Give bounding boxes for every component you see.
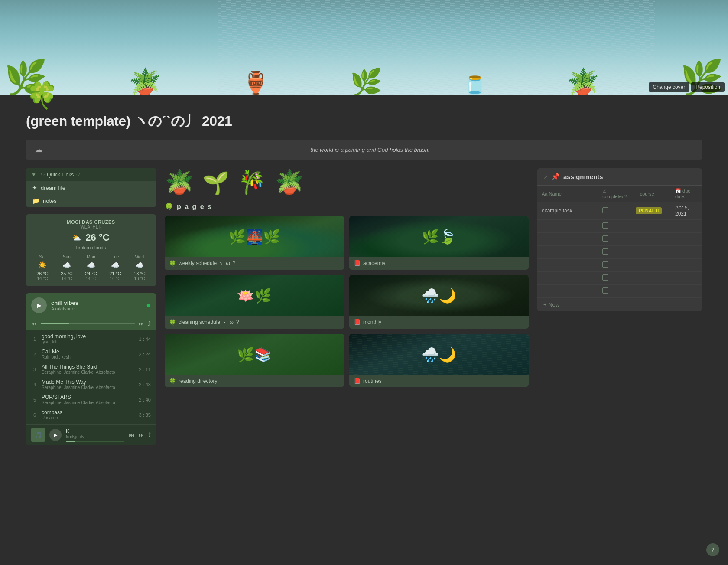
cloud-icon: ☁	[35, 145, 42, 154]
assignment-completed-6[interactable]	[598, 272, 631, 285]
page-card-cleaning[interactable]: 🪷🌿 🍀 cleaning schedule ヽ･ω･?	[165, 275, 344, 329]
track-name-4: Made Me This Way	[42, 379, 135, 385]
forecast-day-name-2: Mon	[80, 255, 102, 259]
cleaning-card-label: 🍀 cleaning schedule ヽ･ω･?	[165, 316, 344, 329]
assignment-due-6	[671, 272, 702, 285]
assignment-due-3	[671, 233, 702, 246]
forecast-day-name-1: Sun	[55, 255, 78, 259]
page-card-academia[interactable]: 🌿🍃 📕 academia	[349, 216, 529, 270]
assignment-due-5	[671, 259, 702, 272]
assignment-completed-2[interactable]	[598, 220, 631, 233]
track-artists-2: Rainlord., keshi	[42, 355, 135, 359]
plant-3: 🎋	[238, 169, 266, 196]
mini-progress-fill	[66, 441, 75, 442]
assignments-col-due: 📅 due date	[671, 186, 702, 202]
checkbox-4[interactable]	[602, 248, 608, 255]
checkbox-5[interactable]	[602, 261, 608, 268]
assignment-row-1: example task PENAL II Apr 5, 2021	[537, 202, 702, 220]
weekly-label-text: weekly schedule ヽ･ω･?	[179, 260, 235, 267]
quick-link-dream-life[interactable]: ✦ dream life	[26, 181, 156, 194]
next-button[interactable]: ⏭	[138, 320, 144, 327]
decorative-plants: 🪴 🌱 🎋 🪴	[165, 168, 529, 196]
forecast-hi-0: 26 °C	[31, 271, 54, 276]
track-num-6: 6	[31, 412, 38, 418]
forecast-day-name-0: Sat	[31, 255, 54, 259]
left-sidebar: ▼ ♡ Quick Links ♡ ✦ dream life 📁 notes M…	[26, 168, 156, 445]
now-playing-mini: 🎵 ▶ K fruityjuuls ⏮ ⏭ ⤴	[26, 424, 156, 445]
forecast-icon-3: ☁️	[104, 261, 127, 269]
completed-col-icon: ☑	[602, 188, 607, 193]
page-thumb-monthly: 🌧️🌙	[349, 275, 529, 316]
help-button[interactable]: ?	[706, 543, 719, 556]
weekly-thumb-art: 🌿🌉🌿	[165, 216, 344, 257]
checkbox-1[interactable]	[602, 207, 608, 213]
track-item-3[interactable]: 3 All The Things She Said Seraphine, Jas…	[26, 362, 156, 377]
mini-next-button[interactable]: ⏭	[138, 431, 144, 438]
assignment-due-7	[671, 285, 702, 298]
assignment-completed-7[interactable]	[598, 285, 631, 298]
assignment-row-7	[537, 285, 702, 298]
checkbox-7[interactable]	[602, 287, 608, 294]
collapse-icon[interactable]: ▼	[31, 172, 36, 178]
cleaning-thumb-art: 🪷🌿	[165, 275, 344, 316]
name-col-icon: Aa	[542, 191, 549, 196]
assignment-name-3	[537, 233, 598, 246]
routines-label-icon: 📕	[354, 378, 361, 384]
assignments-title: assignments	[563, 173, 603, 180]
assignment-completed-5[interactable]	[598, 259, 631, 272]
page-card-reading[interactable]: 🌿📚 🍀 reading directory	[165, 334, 344, 387]
monthly-label-text: monthly	[363, 319, 381, 325]
page-icon: 🍀	[26, 82, 728, 108]
checkbox-2[interactable]	[602, 222, 608, 229]
track-item-1[interactable]: 1 good morning, love tysu, tiffi 1 : 44	[26, 331, 156, 346]
track-item-2[interactable]: 2 Call Me Rainlord., keshi 2 : 24	[26, 346, 156, 362]
previous-button[interactable]: ⏮	[31, 320, 37, 327]
share-button[interactable]: ⤴	[148, 320, 151, 327]
page-card-weekly[interactable]: 🌿🌉🌿 🍀 weekly schedule ヽ･ω･?	[165, 216, 344, 270]
forecast-icon-4: ☁️	[128, 261, 151, 269]
cleaning-label-icon: 🍀	[169, 319, 176, 326]
assignment-completed-1[interactable]	[598, 202, 631, 220]
page-card-monthly[interactable]: 🌧️🌙 📕 monthly	[349, 275, 529, 329]
progress-bar[interactable]	[41, 323, 135, 324]
track-item-5[interactable]: 5 POP/STARS Seraphine, Jasmine Clarke, A…	[26, 392, 156, 407]
mini-previous-button[interactable]: ⏮	[129, 431, 135, 438]
forecast-lo-0: 14 °C	[31, 276, 54, 281]
add-new-button[interactable]: + New	[537, 298, 702, 311]
assignment-course-1: PENAL II	[631, 202, 671, 220]
track-num-3: 3	[31, 367, 38, 372]
forecast-day-1: Sun ☁️ 25 °C 14 °C	[55, 255, 78, 281]
assignment-course-6	[631, 272, 671, 285]
assignment-due-1: Apr 5, 2021	[671, 202, 702, 220]
page-thumb-weekly: 🌿🌉🌿	[165, 216, 344, 257]
play-button[interactable]: ▶	[31, 297, 47, 313]
track-duration-3: 2 : 11	[139, 367, 151, 372]
track-item-4[interactable]: 4 Made Me This Way Seraphine, Jasmine Cl…	[26, 377, 156, 392]
track-num-4: 4	[31, 382, 38, 387]
mini-share-button[interactable]: ⤴	[148, 431, 151, 438]
forecast-lo-1: 14 °C	[55, 276, 78, 281]
mini-play-button[interactable]: ▶	[49, 429, 62, 441]
assignment-name-6	[537, 272, 598, 285]
quick-link-notes[interactable]: 📁 notes	[26, 194, 156, 207]
forecast-lo-3: 16 °C	[104, 276, 127, 281]
assignment-completed-4[interactable]	[598, 246, 631, 259]
assignment-row-3	[537, 233, 702, 246]
checkbox-3[interactable]	[602, 235, 608, 242]
assignments-widget: ↗ 📌 assignments Aa Name ☑ completed?	[537, 168, 702, 311]
quick-link-dream-life-label: dream life	[41, 185, 65, 191]
academia-card-label: 📕 academia	[349, 257, 529, 269]
assignment-completed-3[interactable]	[598, 233, 631, 246]
assignments-col-course: ≡ course	[631, 186, 671, 202]
course-col-icon: ≡	[636, 191, 640, 196]
track-num-1: 1	[31, 336, 38, 342]
track-item-6[interactable]: 6 compass Rosarrie 3 : 35	[26, 407, 156, 422]
track-name-5: POP/STARS	[42, 394, 135, 400]
forecast-day-name-3: Tue	[104, 255, 127, 259]
assignments-expand-icon[interactable]: ↗	[543, 174, 548, 180]
player-track-title: chill vibes	[51, 300, 142, 306]
forecast-day-3: Tue ☁️ 21 °C 16 °C	[104, 255, 127, 281]
page-card-routines[interactable]: 🌧️🌙 📕 routines	[349, 334, 529, 387]
quote-banner: ☁ the world is a painting and God holds …	[26, 140, 702, 160]
checkbox-6[interactable]	[602, 274, 608, 281]
